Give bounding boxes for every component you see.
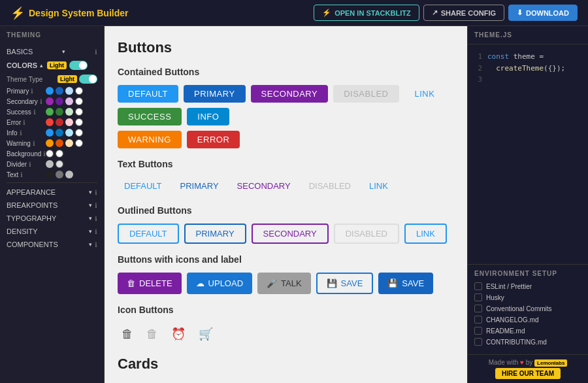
text-buttons-row: DEFAULT PRIMARY SECONDARY DISABLED LINK xyxy=(118,177,454,195)
color-swatch[interactable] xyxy=(56,139,63,147)
contained-error-button[interactable]: ERROR xyxy=(187,131,240,148)
color-swatch[interactable] xyxy=(56,171,63,178)
color-swatch[interactable] xyxy=(65,118,73,126)
outlined-buttons-row: DEFAULT PRIMARY SECONDARY DISABLED LINK xyxy=(118,224,454,244)
share-config-button[interactable]: ↗ SHARE CONFIG xyxy=(423,5,504,21)
right-panel: THEME.JS 1 const theme = 2 createTheme({… xyxy=(467,26,588,383)
delete-button[interactable]: 🗑 DELETE xyxy=(118,273,182,294)
download-button[interactable]: ⬇ DOWNLOAD xyxy=(508,5,578,21)
env-checkbox-readme[interactable] xyxy=(474,327,482,335)
sidebar-item-breakpoints[interactable]: BREAKPOINTS ▾ ℹ xyxy=(0,199,104,212)
env-checkbox-husky[interactable] xyxy=(474,293,482,301)
contained-link-button[interactable]: LINK xyxy=(404,85,446,103)
sidebar-item-basics[interactable]: BASICS ▾ ℹ xyxy=(0,45,104,58)
outlined-secondary-button[interactable]: SECONDARY xyxy=(252,224,329,244)
upload-icon: ☁ xyxy=(196,278,204,288)
color-swatch[interactable] xyxy=(46,139,54,147)
color-swatch[interactable] xyxy=(65,87,73,95)
code-line-3: 3 xyxy=(474,74,581,86)
color-swatch[interactable] xyxy=(65,139,73,147)
color-row-divider: Divider ℹ xyxy=(0,159,104,169)
color-swatch[interactable] xyxy=(56,97,63,105)
color-swatch[interactable] xyxy=(56,160,63,168)
contained-warning-button[interactable]: WARNING xyxy=(118,131,182,148)
color-swatch[interactable] xyxy=(65,108,73,116)
color-swatch[interactable] xyxy=(75,97,83,105)
env-item-conventional: Conventional Commits xyxy=(474,305,581,312)
env-header: ENVIRONMENT SETUP xyxy=(474,270,581,277)
color-swatch[interactable] xyxy=(56,118,63,126)
color-swatch[interactable] xyxy=(65,97,73,105)
color-swatch[interactable] xyxy=(65,171,73,178)
color-row-warning: Warning ℹ xyxy=(0,138,104,148)
sidebar-item-density[interactable]: DENSITY ▾ ℹ xyxy=(0,225,104,238)
sidebar-colors-header[interactable]: COLORS ▴ Light xyxy=(0,58,104,73)
env-item-eslint: ESLint / Prettier xyxy=(474,282,581,290)
outlined-link-button[interactable]: LINK xyxy=(404,224,447,244)
color-swatch[interactable] xyxy=(46,171,54,178)
env-checkbox-changelog[interactable] xyxy=(474,316,482,324)
trash-outline-icon-button[interactable]: 🗑 xyxy=(142,323,162,345)
sidebar-item-typography[interactable]: TYPOGRAPHY ▾ ℹ xyxy=(0,212,104,225)
contained-primary-button[interactable]: PRIMARY xyxy=(184,85,246,103)
microphone-icon: 🎤 xyxy=(267,278,277,288)
color-swatch[interactable] xyxy=(46,129,54,137)
text-default-button[interactable]: DEFAULT xyxy=(118,177,169,195)
contained-secondary-button[interactable]: SECONDARY xyxy=(251,85,329,103)
color-swatch[interactable] xyxy=(75,129,83,137)
save-outlined-button[interactable]: 💾 SAVE xyxy=(316,273,374,294)
sidebar-item-appearance[interactable]: APPEARANCE ▾ ℹ xyxy=(0,186,104,199)
cart-icon-button[interactable]: 🛒 xyxy=(195,323,217,345)
color-swatch[interactable] xyxy=(75,87,83,95)
hire-button[interactable]: HIRE OUR TEAM xyxy=(495,368,561,379)
text-link-button[interactable]: LINK xyxy=(363,177,395,195)
made-with-section: Made with ♥ by Lemonlabs HIRE OUR TEAM xyxy=(468,354,588,383)
color-swatch[interactable] xyxy=(56,150,63,158)
color-swatch[interactable] xyxy=(46,150,54,158)
env-item-contributing: CONTRIBUTING.md xyxy=(474,338,581,346)
env-checkbox-eslint[interactable] xyxy=(474,282,482,290)
chevron-down-icon: ▾ xyxy=(89,241,92,248)
color-swatch[interactable] xyxy=(56,108,63,116)
outlined-default-button[interactable]: DEFAULT xyxy=(118,224,179,244)
logo: ⚡ Design System Builder xyxy=(10,6,129,20)
contained-default-button[interactable]: DEFAULT xyxy=(118,85,178,103)
download-icon: ⬇ xyxy=(517,8,523,17)
color-swatch[interactable] xyxy=(65,129,73,137)
trash-filled-icon-button[interactable]: 🗑 xyxy=(118,323,137,345)
color-row-error: Error ℹ xyxy=(0,117,104,127)
theming-heading: THEMING xyxy=(7,31,97,39)
sidebar-item-components[interactable]: COMPONENTS ▾ ℹ xyxy=(0,238,104,251)
color-swatch[interactable] xyxy=(75,139,83,147)
chevron-up-icon: ▴ xyxy=(40,62,43,69)
talk-button[interactable]: 🎤 TALK xyxy=(257,273,311,294)
upload-button[interactable]: ☁ UPLOAD xyxy=(187,273,252,294)
light-badge: Light xyxy=(47,61,67,69)
save-filled-button[interactable]: 💾 SAVE xyxy=(378,273,433,294)
env-checkbox-conventional[interactable] xyxy=(474,305,482,312)
save-icon-2: 💾 xyxy=(387,278,398,288)
color-swatch[interactable] xyxy=(46,87,54,95)
color-swatch[interactable] xyxy=(46,118,54,126)
contained-success-button[interactable]: SUCCESS xyxy=(118,108,182,125)
color-swatch[interactable] xyxy=(46,160,54,168)
color-swatch[interactable] xyxy=(56,87,63,95)
outlined-primary-button[interactable]: PRIMARY xyxy=(184,224,246,244)
color-mode-toggle[interactable] xyxy=(69,61,88,70)
color-swatch[interactable] xyxy=(75,118,83,126)
clock-icon-button[interactable]: ⏰ xyxy=(167,323,189,345)
color-swatch[interactable] xyxy=(56,129,63,137)
color-swatch[interactable] xyxy=(46,97,54,105)
color-swatch[interactable] xyxy=(46,108,54,116)
open-stackblitz-button[interactable]: ⚡ OPEN IN STACKBLITZ xyxy=(314,5,419,21)
env-item-husky: Husky xyxy=(474,293,581,301)
theme-type-value: Light xyxy=(57,75,77,83)
theme-type-toggle[interactable] xyxy=(79,75,97,84)
text-primary-button[interactable]: PRIMARY xyxy=(174,177,225,195)
env-checkbox-contributing[interactable] xyxy=(474,338,482,346)
contained-info-button[interactable]: INFO xyxy=(187,108,229,125)
info-icon: ℹ xyxy=(95,215,97,222)
text-secondary-button[interactable]: SECONDARY xyxy=(231,177,297,195)
theme-type-row: Theme Type Light xyxy=(0,73,104,86)
color-swatch[interactable] xyxy=(75,108,83,116)
